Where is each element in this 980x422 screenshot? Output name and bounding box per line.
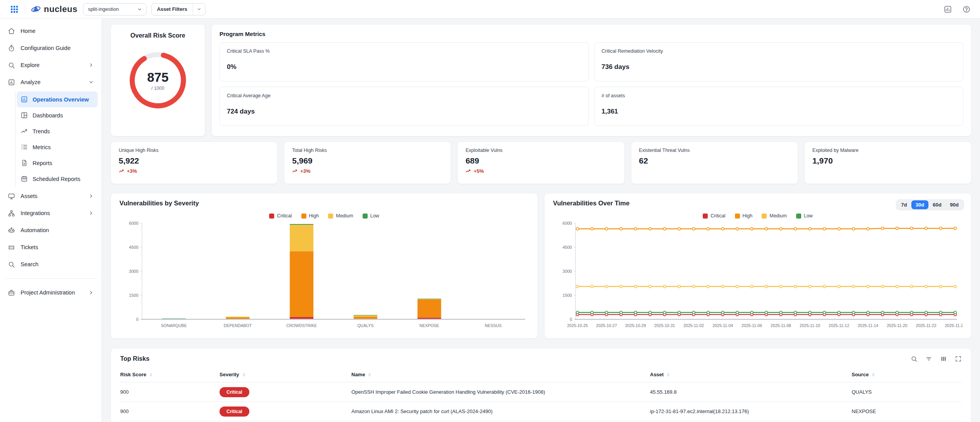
sidebar-item-metrics[interactable]: Metrics	[17, 139, 98, 155]
legend-swatch	[269, 214, 274, 219]
column-header-risk-score[interactable]: Risk Score	[120, 369, 220, 382]
legend-label: Critical	[277, 213, 292, 219]
table-toolbar	[911, 355, 962, 362]
legend-item[interactable]: High	[301, 212, 319, 219]
hierarchy-icon	[8, 210, 15, 217]
table-row[interactable]: 900 Critical OpenSSH Improper Failed Coo…	[120, 382, 962, 402]
metric-value: 1,361	[601, 108, 956, 115]
time-range-option[interactable]: 60d	[928, 200, 945, 209]
column-header-name[interactable]: Name	[351, 369, 650, 382]
search-icon[interactable]	[911, 355, 918, 362]
help-icon[interactable]	[962, 5, 971, 14]
legend-item[interactable]: Critical	[269, 212, 292, 219]
svg-text:2025-11-12: 2025-11-12	[829, 323, 849, 328]
sort-icon[interactable]	[871, 372, 876, 377]
cell-risk-score: 900	[120, 382, 220, 402]
severity-bar-chart: 01500300045006000SONARQUBEDEPENDABOTCROW…	[119, 219, 529, 332]
stat-label: Unique High Risks	[119, 148, 270, 153]
sidebar-item-label: Trends	[33, 128, 50, 134]
sidebar-item-search[interactable]: Search	[4, 256, 98, 273]
sidebar-item-integrations[interactable]: Integrations	[4, 205, 98, 222]
legend-item[interactable]: Medium	[328, 212, 353, 219]
bar-chart-svg: 01500300045006000SONARQUBEDEPENDABOTCROW…	[119, 219, 529, 330]
legend-swatch	[703, 214, 708, 219]
project-selector[interactable]: split-ingestion	[83, 3, 147, 16]
legend-label: Critical	[710, 213, 725, 219]
risk-score-denominator: / 1000	[151, 86, 164, 91]
column-header-source[interactable]: Source	[852, 369, 962, 382]
sidebar-item-tickets[interactable]: Tickets	[4, 239, 98, 256]
top-risks-table: Risk Score Severity Name Asset Source 90…	[120, 369, 962, 421]
trend-up-icon	[292, 168, 298, 174]
time-range-option[interactable]: 30d	[911, 200, 928, 209]
svg-text:0: 0	[136, 317, 138, 322]
severity-badge: Critical	[220, 406, 249, 417]
table-row[interactable]: 900 Critical Amazon Linux AMI 2: Securit…	[120, 402, 962, 421]
sidebar-item-reports[interactable]: Reports	[17, 155, 98, 171]
sidebar-item-dashboards[interactable]: Dashboards	[17, 107, 98, 123]
columns-icon[interactable]	[940, 355, 947, 362]
svg-text:CROWDSTRIKE: CROWDSTRIKE	[286, 323, 317, 328]
sort-icon[interactable]	[242, 372, 246, 377]
sidebar-item-operations-overview[interactable]: Operations Overview	[17, 91, 98, 107]
sidebar-item-analyze[interactable]: Analyze	[4, 74, 98, 91]
asset-filters-label[interactable]: Asset Filters	[152, 3, 193, 15]
top-risks-title: Top Risks	[120, 355, 149, 362]
cell-severity: Critical	[220, 402, 351, 421]
sidebar-item-automation[interactable]: Automation	[4, 222, 98, 239]
legend-swatch	[735, 214, 740, 219]
sidebar-item-scheduled-reports[interactable]: Scheduled Reports	[17, 171, 98, 187]
legend-item[interactable]: Low	[796, 212, 813, 219]
time-range-selector: 7d 30d 60d 90d	[896, 199, 964, 210]
svg-text:NESSUS: NESSUS	[485, 323, 501, 328]
grid-icon	[10, 5, 18, 13]
metric-critical-remediation-velocity: Critical Remediation Velocity 736 days	[594, 42, 963, 81]
metric-value: 0%	[227, 63, 581, 71]
metric-label: Critical Remediation Velocity	[601, 48, 956, 54]
metric-critical-sla-pass: Critical SLA Pass % 0%	[220, 42, 589, 81]
sort-icon[interactable]	[666, 372, 671, 377]
sidebar-item-configuration-guide[interactable]: Configuration Guide	[4, 40, 98, 57]
table-header-row: Risk Score Severity Name Asset Source	[120, 369, 962, 382]
asset-filters-dropdown-toggle[interactable]	[193, 3, 205, 15]
time-range-option[interactable]: 7d	[897, 200, 911, 209]
overall-risk-score-card: Overall Risk Score 875 / 1000	[111, 24, 205, 136]
svg-text:2025-10-31: 2025-10-31	[654, 323, 675, 328]
chart-legend: CriticalHighMediumLow	[553, 212, 963, 219]
legend-item[interactable]: Low	[363, 212, 379, 219]
sidebar-item-project-administration[interactable]: Project Administration	[4, 284, 98, 301]
column-header-severity[interactable]: Severity	[220, 369, 351, 382]
trend-icon	[21, 127, 28, 135]
cell-asset: ip-172-31-81-97.ec2.internal(18.212.13.1…	[650, 402, 852, 421]
sidebar-item-home[interactable]: Home	[4, 22, 98, 40]
sidebar-item-explore[interactable]: Explore	[4, 57, 98, 74]
time-range-option[interactable]: 90d	[946, 200, 963, 209]
legend-swatch	[796, 214, 801, 219]
svg-text:2025-10-27: 2025-10-27	[596, 323, 617, 328]
sort-icon[interactable]	[149, 372, 153, 377]
filter-icon[interactable]	[925, 355, 932, 362]
column-header-asset[interactable]: Asset	[650, 369, 852, 382]
svg-text:6000: 6000	[129, 221, 138, 226]
app-grid-menu-icon[interactable]	[9, 4, 19, 14]
search-icon	[8, 261, 15, 268]
sidebar-item-trends[interactable]: Trends	[17, 123, 98, 139]
cell-source: NEXPOSE	[852, 402, 962, 421]
legend-item[interactable]: Medium	[762, 212, 786, 219]
chevron-down-icon	[137, 7, 142, 12]
legend-item[interactable]: High	[735, 212, 753, 219]
chart-widget-icon[interactable]	[944, 5, 952, 14]
calendar-icon	[21, 175, 28, 183]
sidebar-item-label: Home	[21, 28, 36, 34]
document-icon	[21, 159, 28, 167]
legend-item[interactable]: Critical	[703, 212, 725, 219]
brand-logo[interactable]: nucleus	[31, 4, 78, 14]
expand-icon[interactable]	[955, 355, 962, 362]
svg-text:2025-11-22: 2025-11-22	[916, 323, 937, 328]
metric-value: 724 days	[227, 108, 581, 115]
sort-icon[interactable]	[367, 372, 372, 377]
stat-trend: +3%	[119, 168, 270, 174]
legend-label: Medium	[769, 213, 786, 219]
sidebar-item-assets[interactable]: Assets	[4, 188, 98, 205]
bar-chart-icon	[21, 96, 28, 103]
